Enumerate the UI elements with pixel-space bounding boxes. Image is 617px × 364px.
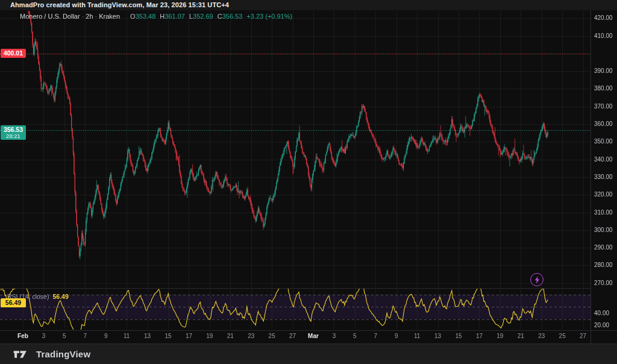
ohlc-number: 356.53	[222, 13, 243, 20]
x-tick-day: 7	[374, 333, 378, 339]
exchange-label: Kraken	[99, 13, 120, 20]
tradingview-snapshot: AhmadPro created with TradingView.com, M…	[0, 0, 617, 364]
interval-label[interactable]: 2h	[86, 13, 93, 20]
price-tick-label: 310.00	[594, 209, 613, 216]
x-tick-day: 27	[580, 333, 586, 339]
watermark-bar: AhmadPro created with TradingView.com, M…	[0, 0, 617, 10]
axis-separator	[0, 330, 617, 331]
bar-close-countdown: 28:21	[1, 133, 26, 139]
x-tick-day: 11	[124, 333, 130, 339]
last-price-label: 356.53 28:21	[1, 125, 26, 140]
price-axis-separator	[590, 10, 591, 344]
x-tick-day: 7	[84, 333, 87, 339]
rsi-tick-label: 40.00	[594, 310, 609, 316]
x-tick-day: 21	[518, 333, 524, 339]
ohlc-number: 361.07	[164, 13, 185, 20]
x-tick-day: 25	[559, 333, 566, 339]
symbol-title[interactable]: Monero / U.S. Dollar	[20, 13, 80, 20]
x-tick-day: 23	[538, 333, 545, 339]
ohlc-values: O353.48H361.07L352.69C356.53	[126, 13, 242, 20]
footer-bar: TradingView	[0, 344, 617, 364]
watermark-text: AhmadPro created with TradingView.com, M…	[10, 1, 229, 8]
price-tick-label: 380.00	[594, 85, 613, 92]
price-tick-label: 360.00	[594, 121, 613, 127]
x-tick-day: 5	[63, 333, 66, 339]
x-tick-day: 25	[269, 333, 275, 339]
ohlc-number: 353.48	[136, 13, 156, 20]
rsi-axis-value: 56.49	[5, 299, 21, 306]
rsi-value: 56.49	[52, 293, 68, 300]
price-tick-label: 330.00	[594, 174, 613, 180]
x-tick-day: 15	[455, 333, 462, 339]
price-tick-label: 270.00	[594, 280, 613, 286]
x-tick-day: 3	[333, 333, 336, 339]
x-tick-day: 9	[395, 333, 398, 339]
lightning-icon	[534, 276, 540, 284]
price-tick-label: 300.00	[594, 227, 613, 233]
x-tick-day: 9	[104, 333, 108, 339]
x-tick-month: Feb	[17, 333, 28, 339]
price-tick-label: 420.00	[594, 14, 613, 21]
change-value: +3.23 (+0.91%)	[246, 13, 292, 20]
x-tick-day: 15	[164, 333, 171, 339]
x-tick-day: 21	[227, 333, 234, 339]
ohlc-number: 352.69	[193, 13, 213, 20]
legend-separator2: ·	[93, 13, 99, 20]
pane-separator[interactable]	[0, 288, 591, 289]
x-tick-day: 23	[248, 333, 254, 339]
x-tick-day: 19	[206, 333, 213, 339]
chart-legend: Monero / U.S. Dollar·2h·KrakenO353.48H36…	[20, 13, 292, 20]
x-tick-day: 17	[186, 333, 192, 339]
x-tick-day: 5	[353, 333, 357, 339]
x-tick-day: 19	[496, 333, 503, 339]
x-tick-day: 11	[414, 333, 420, 339]
x-tick-month: Mar	[308, 333, 319, 339]
alert-price-label[interactable]: 400.01	[1, 49, 26, 58]
price-tick-label: 290.00	[594, 244, 613, 251]
ohlc-letter: O	[130, 13, 136, 20]
tradingview-logo-icon[interactable]	[13, 349, 31, 360]
legend-separator: ·	[80, 13, 86, 20]
alert-price-value: 400.01	[4, 49, 23, 57]
price-axis[interactable]: 420.00410.00390.00380.00370.00360.00350.…	[591, 10, 617, 344]
boost-button[interactable]	[530, 273, 543, 286]
price-tick-label: 370.00	[594, 103, 613, 110]
tradingview-brand-text[interactable]: TradingView	[36, 349, 90, 359]
x-tick-day: 13	[434, 333, 441, 339]
time-axis[interactable]: Feb3579111315171921232527Mar357911131517…	[0, 330, 590, 344]
ohlc-letter: C	[218, 13, 222, 20]
rsi-tick-label: 20.00	[594, 322, 609, 328]
price-tick-label: 320.00	[594, 191, 613, 198]
price-tick-label: 410.00	[594, 33, 613, 39]
rsi-axis-label: 56.49	[1, 298, 26, 307]
price-tick-label: 390.00	[594, 67, 613, 74]
x-tick-day: 3	[42, 333, 46, 339]
price-tick-label: 350.00	[594, 138, 613, 145]
price-tick-label: 340.00	[594, 156, 613, 163]
price-tick-label: 280.00	[594, 262, 613, 268]
x-tick-day: 17	[476, 333, 483, 339]
candlestick-chart-canvas[interactable]	[0, 0, 617, 364]
x-tick-day: 27	[289, 333, 296, 339]
x-tick-day: 13	[144, 333, 151, 339]
